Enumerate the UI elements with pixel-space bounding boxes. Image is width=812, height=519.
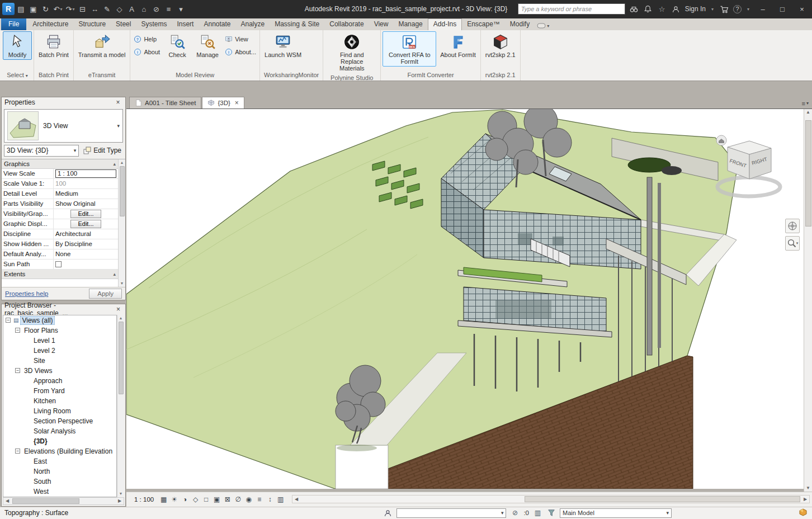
canvas-vscrollbar[interactable]: ▲▼	[804, 109, 812, 492]
section-graphics[interactable]: Graphics▴	[2, 159, 118, 169]
value-cell[interactable]: None	[55, 251, 71, 257]
collapse-icon[interactable]: −	[15, 368, 20, 373]
crop-region-icon[interactable]: ▣	[212, 494, 221, 504]
minimize-button[interactable]: –	[755, 2, 771, 16]
canvas-hscrollbar[interactable]: ◀▶	[292, 495, 810, 503]
edit-type-button[interactable]: Edit Type	[82, 145, 123, 157]
collapse-icon[interactable]: −	[15, 328, 20, 333]
close-project-browser-icon[interactable]: ×	[114, 305, 122, 313]
type-selector-caret-icon[interactable]: ▾	[117, 123, 120, 129]
measure-icon[interactable]: ↔	[89, 3, 101, 15]
view-properties-icon[interactable]: ≡	[254, 494, 264, 504]
view-tab-menu-button[interactable]: ≡▾	[802, 100, 809, 108]
undo-icon[interactable]: ↶▾	[52, 3, 64, 15]
tree-item-south[interactable]: South	[3, 476, 116, 487]
sync-icon[interactable]: ↻	[40, 3, 51, 15]
tree-item-floor-plans[interactable]: −Floor Plans	[3, 325, 116, 336]
close-tab-icon[interactable]: ×	[235, 99, 239, 107]
tree-item-solar-analysis[interactable]: Solar Analysis	[3, 426, 116, 436]
scroll-left-icon[interactable]: ◀	[292, 497, 300, 502]
edit-button[interactable]: Edit...	[70, 220, 101, 228]
section-icon[interactable]: ⊘	[150, 3, 162, 15]
view-button[interactable]: View	[225, 35, 256, 43]
instance-selector[interactable]: 3D View: {3D}▾	[4, 145, 79, 157]
ribbon-tab-view[interactable]: View	[369, 18, 394, 30]
check-button[interactable]: Check	[163, 31, 192, 60]
convert-rfa-to-formit-button[interactable]: RFAConvert RFA to FormIt	[383, 31, 436, 67]
tree-item-from-yard[interactable]: From Yard	[3, 386, 116, 396]
ribbon-tab-massing-site[interactable]: Massing & Site	[270, 18, 324, 30]
exchange-apps-icon[interactable]	[719, 4, 729, 14]
properties-scrollbar[interactable]: ▲▼	[118, 159, 125, 287]
tree-item-east[interactable]: East	[3, 456, 116, 466]
scroll-down-icon[interactable]: ▼	[804, 485, 812, 492]
aligned-dimension-icon[interactable]: ✎	[101, 3, 113, 15]
displacement-icon[interactable]: ↕	[265, 494, 275, 504]
filter-icon[interactable]	[546, 508, 556, 518]
batch-print-button[interactable]: Batch Print	[36, 31, 72, 60]
value-cell[interactable]: Show Original	[55, 200, 96, 207]
apply-button[interactable]: Apply	[89, 289, 122, 299]
about-button[interactable]: iAbout...	[225, 48, 256, 56]
close-button[interactable]: ×	[794, 2, 810, 16]
view-tab-3d[interactable]: {3D}×	[202, 97, 244, 108]
type-selector[interactable]: 3D View ▾	[4, 109, 123, 143]
scroll-up-icon[interactable]: ▲	[117, 315, 124, 322]
design-option-select[interactable]: Main Model▾	[560, 508, 672, 518]
tree-item-views-all[interactable]: −▤Views (all)	[3, 315, 116, 325]
about-formit-button[interactable]: About FormIt	[437, 31, 479, 60]
tree-item-3d[interactable]: {3D}	[3, 436, 116, 446]
active-workset-icon[interactable]	[383, 508, 393, 518]
ribbon-tab-collaborate[interactable]: Collaborate	[324, 18, 369, 30]
value-cell[interactable]: By Discipline	[55, 240, 92, 247]
select-toggle-icon[interactable]: ▥	[533, 508, 542, 518]
zoom-button[interactable]: ▾	[785, 236, 800, 251]
favorites-icon[interactable]: ☆	[657, 4, 667, 14]
browser-scrollbar[interactable]: ▲▼	[117, 315, 124, 497]
scroll-right-icon[interactable]: ▶	[801, 497, 809, 502]
transmit-a-model-button[interactable]: Transmit a model	[75, 31, 129, 60]
scroll-up-icon[interactable]: ▲	[119, 159, 125, 166]
ribbon-display-toggle[interactable]: ▾	[537, 23, 549, 30]
worksharing-icon[interactable]: ▥	[276, 494, 285, 504]
tree-item-site[interactable]: Site	[3, 356, 116, 366]
browser-hscrollbar[interactable]: ◀▶	[3, 497, 124, 505]
collapse-section-icon[interactable]: ▴	[113, 161, 116, 167]
thin-lines-icon[interactable]: ≡	[163, 3, 174, 15]
tree-item-kitchen[interactable]: Kitchen	[3, 396, 116, 406]
scroll-up-icon[interactable]: ▲	[804, 109, 812, 116]
tree-item-north[interactable]: North	[3, 466, 116, 476]
tree-item-level-2[interactable]: Level 2	[3, 346, 116, 356]
view-scale-button[interactable]: 1 : 100	[131, 495, 157, 504]
default-3d-view-icon[interactable]: ⌂	[138, 3, 150, 15]
sun-path-icon[interactable]: ☀	[169, 494, 179, 504]
crop-view-icon[interactable]: □	[201, 494, 211, 504]
tree-item-approach[interactable]: Approach	[3, 376, 116, 386]
revit-logo[interactable]: R	[2, 3, 15, 15]
shadows-icon[interactable]: ◑	[180, 494, 190, 504]
notifications-icon[interactable]	[643, 4, 653, 14]
visual-style-icon[interactable]: ▦	[159, 494, 168, 504]
ribbon-tab-structure[interactable]: Structure	[73, 18, 111, 30]
solar-panels[interactable]	[372, 161, 423, 209]
open-icon[interactable]: ▤	[15, 3, 27, 15]
scroll-down-icon[interactable]: ▼	[117, 490, 124, 497]
tree-item-living-room[interactable]: Living Room	[3, 406, 116, 416]
help-caret-icon[interactable]: ▾	[745, 4, 751, 14]
tree-item-3d-views[interactable]: −3D Views	[3, 366, 116, 376]
save-icon[interactable]: ▣	[27, 3, 39, 15]
tag-icon[interactable]: ◇	[114, 3, 125, 15]
keyword-search-input[interactable]	[518, 3, 625, 15]
lock-view-icon[interactable]: ⊠	[223, 494, 232, 504]
help-icon[interactable]: ?	[733, 5, 742, 13]
ribbon-tab-analyze[interactable]: Analyze	[236, 18, 270, 30]
rvt2skp-2-1-button[interactable]: rvt2skp 2.1	[483, 31, 518, 60]
status-tray-icon[interactable]	[798, 508, 808, 518]
tree-item-elevations-building-elevation[interactable]: −Elevations (Building Elevation	[3, 446, 116, 456]
help-button[interactable]: ?Help	[134, 35, 160, 43]
edit-button[interactable]: Edit...	[70, 210, 101, 218]
ribbon-tab-annotate[interactable]: Annotate	[199, 18, 235, 30]
editable-only-icon[interactable]: ⊘	[510, 508, 520, 518]
ribbon-tab-steel[interactable]: Steel	[111, 18, 136, 30]
text-icon[interactable]: A	[126, 3, 138, 15]
